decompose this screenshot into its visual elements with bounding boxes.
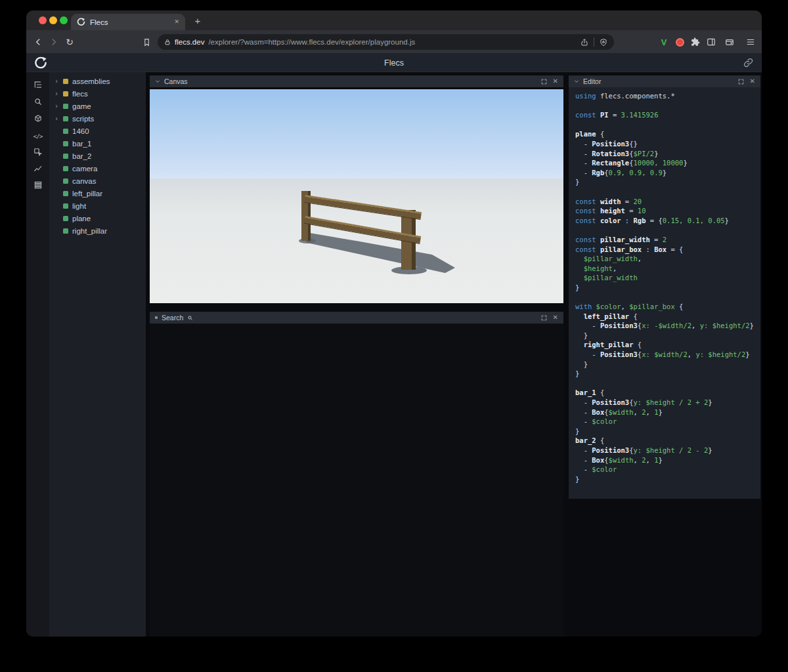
- entity-color-icon: [63, 154, 68, 159]
- tree-item[interactable]: ›game: [49, 100, 146, 112]
- expand-arrow-icon[interactable]: ›: [54, 102, 59, 110]
- code-line: }: [575, 331, 758, 341]
- canvas-panel-title: Canvas: [164, 77, 188, 85]
- tab-close-icon[interactable]: ✕: [174, 19, 179, 25]
- entity-color-icon: [63, 191, 68, 196]
- code-line: const pillar_box : Box = {: [575, 245, 758, 255]
- code-line: const width = 20: [575, 197, 758, 207]
- script-editor-tool-icon[interactable]: </>: [26, 129, 49, 143]
- expand-panel-icon[interactable]: [541, 315, 547, 321]
- code-line: $pillar_width,: [575, 254, 758, 264]
- code-line: left_pillar {: [575, 312, 758, 322]
- extension-red-circle-icon[interactable]: [674, 36, 686, 48]
- tree-item-label: 1460: [72, 127, 89, 135]
- expand-arrow-icon[interactable]: ›: [54, 115, 59, 122]
- code-line: - Box{$width, 2, 1}: [575, 408, 758, 417]
- expand-arrow-icon[interactable]: ›: [54, 77, 59, 85]
- editor-code[interactable]: using flecs.components.* const PI = 3.14…: [569, 87, 760, 499]
- tree-item-label: right_pillar: [72, 227, 107, 235]
- tree-item[interactable]: ›assemblies: [49, 75, 146, 87]
- code-line: [575, 187, 758, 197]
- code-line: with $color, $pillar_box {: [575, 302, 758, 312]
- code-line: - Rotation3{$PI/2}: [575, 149, 758, 159]
- address-bar[interactable]: flecs.dev/explorer/?wasm=https://www.fle…: [158, 34, 614, 50]
- tree-item[interactable]: left_pillar: [49, 187, 146, 200]
- expand-panel-icon[interactable]: [541, 79, 547, 85]
- extension-v-icon[interactable]: V: [658, 36, 670, 48]
- back-button[interactable]: [32, 36, 44, 48]
- search-panel-header[interactable]: Search ✕: [150, 312, 563, 324]
- code-line: - $color: [575, 417, 758, 427]
- tree-item[interactable]: ›scripts: [49, 112, 146, 125]
- inspector-tool-icon[interactable]: [26, 145, 49, 159]
- share-icon[interactable]: [580, 38, 588, 47]
- code-line: [575, 379, 758, 388]
- close-panel-icon[interactable]: ✕: [553, 314, 558, 321]
- chevron-down-icon[interactable]: [155, 79, 160, 84]
- close-panel-icon[interactable]: ✕: [750, 78, 755, 85]
- canvas-panel-header[interactable]: Canvas ✕: [150, 75, 563, 87]
- new-tab-button[interactable]: +: [192, 14, 204, 26]
- tree-item[interactable]: camera: [49, 162, 146, 175]
- forward-button[interactable]: [48, 36, 60, 48]
- tree-item-label: bar_2: [72, 152, 91, 160]
- entity-color-icon: [63, 228, 68, 234]
- scene-3d-canvas[interactable]: [150, 89, 563, 303]
- share-link-icon[interactable]: [743, 58, 754, 68]
- main-area: Canvas ✕: [146, 72, 762, 637]
- tree-item-label: plane: [72, 215, 91, 222]
- app-content: </> ›assemblies›flecs›game›scripts1460ba…: [26, 72, 762, 637]
- menu-hamburger-icon[interactable]: [745, 36, 756, 48]
- tables-tool-icon[interactable]: [26, 178, 49, 192]
- wallet-icon[interactable]: [724, 36, 735, 48]
- code-line: - Position3{}: [575, 139, 758, 149]
- search-panel-body[interactable]: [150, 324, 563, 637]
- entity-tree-tool-icon[interactable]: [26, 77, 49, 92]
- entity-color-icon: [63, 116, 68, 121]
- expand-panel-icon[interactable]: [738, 79, 744, 85]
- browser-tab[interactable]: Flecs ✕: [71, 14, 185, 30]
- tree-item-label: canvas: [72, 177, 96, 185]
- editor-panel-header[interactable]: Editor ✕: [569, 75, 760, 87]
- expand-arrow-icon[interactable]: ›: [54, 90, 59, 97]
- brave-shield-icon[interactable]: [600, 38, 607, 47]
- tree-item-label: scripts: [72, 115, 94, 123]
- code-line: [575, 101, 758, 111]
- code-line: - Position3{x: -$width/2, y: $height/2}: [575, 321, 758, 331]
- chevron-down-icon[interactable]: [574, 79, 579, 84]
- reload-button[interactable]: ↻: [64, 36, 76, 48]
- tree-item[interactable]: plane: [49, 212, 146, 224]
- traffic-zoom-button[interactable]: [60, 16, 68, 24]
- code-line: $height,: [575, 264, 758, 274]
- traffic-close-button[interactable]: [39, 16, 47, 24]
- tree-item-label: left_pillar: [72, 190, 102, 198]
- tree-item-label: bar_1: [72, 140, 91, 148]
- sidebar-toggle-icon[interactable]: [705, 36, 717, 48]
- tree-item[interactable]: 1460: [49, 125, 146, 137]
- panel-dot-icon: [155, 316, 158, 319]
- code-line: using flecs.components.*: [575, 91, 758, 101]
- close-panel-icon[interactable]: ✕: [553, 78, 558, 85]
- tree-item[interactable]: bar_2: [49, 150, 146, 162]
- bookmark-icon[interactable]: [141, 36, 152, 48]
- tree-item[interactable]: canvas: [49, 175, 146, 187]
- entity-color-icon: [63, 166, 68, 171]
- code-line: }: [575, 177, 758, 187]
- tree-item[interactable]: ›flecs: [49, 87, 146, 100]
- entity-color-icon: [63, 91, 68, 96]
- code-line: }: [575, 427, 758, 436]
- code-line: $pillar_width: [575, 273, 758, 283]
- code-line: bar_2 {: [575, 436, 758, 446]
- stats-chart-tool-icon[interactable]: [26, 161, 49, 176]
- tab-title: Flecs: [90, 18, 108, 26]
- url-host: flecs.dev: [175, 38, 204, 46]
- tree-item[interactable]: bar_1: [49, 137, 146, 150]
- canvas-3d-tool-icon[interactable]: [26, 112, 49, 126]
- tree-item[interactable]: light: [49, 200, 146, 212]
- traffic-minimize-button[interactable]: [49, 16, 57, 24]
- query-search-tool-icon[interactable]: [26, 94, 49, 109]
- search-panel-title: Search: [162, 314, 183, 322]
- extensions-puzzle-icon[interactable]: [690, 36, 701, 48]
- entity-color-icon: [63, 216, 68, 221]
- tree-item[interactable]: right_pillar: [49, 224, 146, 237]
